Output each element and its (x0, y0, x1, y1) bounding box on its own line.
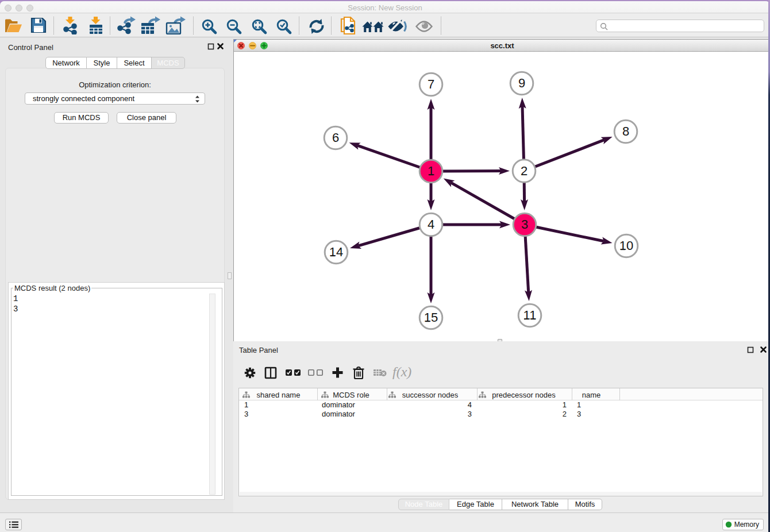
svg-text:7: 7 (428, 77, 434, 91)
svg-text:2: 2 (521, 164, 528, 178)
svg-text:10: 10 (619, 238, 633, 253)
svg-text:11: 11 (523, 308, 537, 322)
svg-text:4: 4 (428, 217, 434, 232)
svg-text:1: 1 (428, 164, 434, 178)
svg-text:3: 3 (521, 217, 528, 232)
svg-text:14: 14 (329, 245, 343, 259)
svg-text:15: 15 (424, 310, 438, 325)
svg-text:9: 9 (518, 76, 525, 90)
svg-text:8: 8 (622, 124, 629, 138)
svg-text:6: 6 (332, 130, 339, 145)
